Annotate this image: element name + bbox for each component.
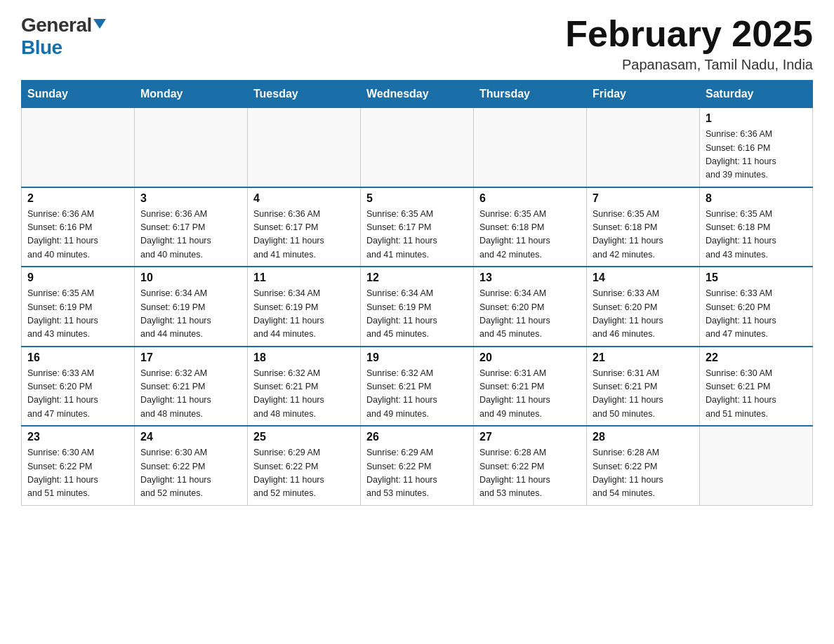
calendar-cell [587, 108, 700, 187]
logo-blue-text: Blue [21, 36, 62, 58]
calendar-cell: 24Sunrise: 6:30 AMSunset: 6:22 PMDayligh… [135, 426, 248, 505]
location-text: Papanasam, Tamil Nadu, India [565, 57, 813, 73]
calendar-cell: 11Sunrise: 6:34 AMSunset: 6:19 PMDayligh… [248, 267, 361, 347]
calendar-cell: 2Sunrise: 6:36 AMSunset: 6:16 PMDaylight… [22, 187, 135, 267]
calendar-cell: 12Sunrise: 6:34 AMSunset: 6:19 PMDayligh… [361, 267, 474, 347]
day-of-week-header: Tuesday [248, 81, 361, 108]
calendar-week-row: 23Sunrise: 6:30 AMSunset: 6:22 PMDayligh… [22, 426, 813, 505]
day-info: Sunrise: 6:36 AMSunset: 6:17 PMDaylight:… [253, 208, 355, 262]
day-number: 9 [27, 271, 128, 284]
day-info: Sunrise: 6:29 AMSunset: 6:22 PMDaylight:… [366, 446, 468, 501]
day-info: Sunrise: 6:36 AMSunset: 6:17 PMDaylight:… [140, 208, 241, 262]
day-number: 24 [140, 431, 241, 443]
day-number: 3 [140, 192, 241, 205]
calendar-cell: 3Sunrise: 6:36 AMSunset: 6:17 PMDaylight… [135, 187, 248, 267]
day-info: Sunrise: 6:33 AMSunset: 6:20 PMDaylight:… [27, 367, 128, 422]
day-number: 6 [479, 192, 581, 205]
day-number: 27 [479, 431, 581, 443]
calendar-cell: 25Sunrise: 6:29 AMSunset: 6:22 PMDayligh… [248, 426, 361, 505]
day-info: Sunrise: 6:30 AMSunset: 6:22 PMDaylight:… [140, 446, 241, 501]
day-info: Sunrise: 6:30 AMSunset: 6:21 PMDaylight:… [706, 367, 807, 422]
calendar-cell: 26Sunrise: 6:29 AMSunset: 6:22 PMDayligh… [361, 426, 474, 505]
day-info: Sunrise: 6:34 AMSunset: 6:20 PMDaylight:… [479, 287, 581, 342]
calendar-cell: 19Sunrise: 6:32 AMSunset: 6:21 PMDayligh… [361, 347, 474, 427]
calendar-cell [22, 108, 135, 187]
calendar-cell: 17Sunrise: 6:32 AMSunset: 6:21 PMDayligh… [135, 347, 248, 427]
day-number: 23 [27, 431, 128, 443]
day-info: Sunrise: 6:31 AMSunset: 6:21 PMDaylight:… [593, 367, 694, 422]
calendar-cell: 20Sunrise: 6:31 AMSunset: 6:21 PMDayligh… [474, 347, 587, 427]
day-info: Sunrise: 6:35 AMSunset: 6:19 PMDaylight:… [27, 287, 128, 342]
calendar-header-row: SundayMondayTuesdayWednesdayThursdayFrid… [22, 81, 813, 108]
day-info: Sunrise: 6:34 AMSunset: 6:19 PMDaylight:… [140, 287, 241, 342]
calendar-cell: 6Sunrise: 6:35 AMSunset: 6:18 PMDaylight… [474, 187, 587, 267]
calendar-cell: 9Sunrise: 6:35 AMSunset: 6:19 PMDaylight… [22, 267, 135, 347]
calendar-cell: 8Sunrise: 6:35 AMSunset: 6:18 PMDaylight… [700, 187, 813, 267]
day-number: 15 [706, 271, 807, 284]
calendar-week-row: 1Sunrise: 6:36 AMSunset: 6:16 PMDaylight… [22, 108, 813, 187]
day-number: 28 [593, 431, 694, 443]
calendar-table: SundayMondayTuesdayWednesdayThursdayFrid… [21, 80, 813, 506]
day-info: Sunrise: 6:33 AMSunset: 6:20 PMDaylight:… [593, 287, 694, 342]
calendar-cell: 7Sunrise: 6:35 AMSunset: 6:18 PMDaylight… [587, 187, 700, 267]
month-title: February 2025 [565, 14, 813, 54]
day-info: Sunrise: 6:35 AMSunset: 6:18 PMDaylight:… [593, 208, 694, 262]
calendar-cell: 15Sunrise: 6:33 AMSunset: 6:20 PMDayligh… [700, 267, 813, 347]
day-info: Sunrise: 6:36 AMSunset: 6:16 PMDaylight:… [27, 208, 128, 262]
day-of-week-header: Saturday [700, 81, 813, 108]
day-info: Sunrise: 6:29 AMSunset: 6:22 PMDaylight:… [253, 446, 355, 501]
logo: General Blue [21, 14, 106, 59]
day-info: Sunrise: 6:28 AMSunset: 6:22 PMDaylight:… [593, 446, 694, 501]
day-of-week-header: Wednesday [361, 81, 474, 108]
calendar-week-row: 16Sunrise: 6:33 AMSunset: 6:20 PMDayligh… [22, 347, 813, 427]
day-number: 11 [253, 271, 355, 284]
calendar-week-row: 9Sunrise: 6:35 AMSunset: 6:19 PMDaylight… [22, 267, 813, 347]
calendar-cell: 5Sunrise: 6:35 AMSunset: 6:17 PMDaylight… [361, 187, 474, 267]
day-info: Sunrise: 6:33 AMSunset: 6:20 PMDaylight:… [706, 287, 807, 342]
day-number: 16 [27, 351, 128, 364]
day-of-week-header: Friday [587, 81, 700, 108]
day-number: 10 [140, 271, 241, 284]
day-number: 12 [366, 271, 468, 284]
day-info: Sunrise: 6:35 AMSunset: 6:18 PMDaylight:… [479, 208, 581, 262]
calendar-cell: 28Sunrise: 6:28 AMSunset: 6:22 PMDayligh… [587, 426, 700, 505]
calendar-week-row: 2Sunrise: 6:36 AMSunset: 6:16 PMDaylight… [22, 187, 813, 267]
day-number: 21 [593, 351, 694, 364]
day-info: Sunrise: 6:32 AMSunset: 6:21 PMDaylight:… [366, 367, 468, 422]
day-number: 8 [706, 192, 807, 205]
calendar-cell: 22Sunrise: 6:30 AMSunset: 6:21 PMDayligh… [700, 347, 813, 427]
day-info: Sunrise: 6:35 AMSunset: 6:18 PMDaylight:… [706, 208, 807, 262]
day-number: 22 [706, 351, 807, 364]
day-number: 20 [479, 351, 581, 364]
calendar-cell: 16Sunrise: 6:33 AMSunset: 6:20 PMDayligh… [22, 347, 135, 427]
calendar-cell: 14Sunrise: 6:33 AMSunset: 6:20 PMDayligh… [587, 267, 700, 347]
calendar-cell [700, 426, 813, 505]
day-info: Sunrise: 6:32 AMSunset: 6:21 PMDaylight:… [140, 367, 241, 422]
day-number: 18 [253, 351, 355, 364]
calendar-cell: 18Sunrise: 6:32 AMSunset: 6:21 PMDayligh… [248, 347, 361, 427]
day-info: Sunrise: 6:31 AMSunset: 6:21 PMDaylight:… [479, 367, 581, 422]
logo-triangle-icon [93, 19, 106, 29]
day-info: Sunrise: 6:30 AMSunset: 6:22 PMDaylight:… [27, 446, 128, 501]
calendar-cell: 10Sunrise: 6:34 AMSunset: 6:19 PMDayligh… [135, 267, 248, 347]
calendar-cell: 1Sunrise: 6:36 AMSunset: 6:16 PMDaylight… [700, 108, 813, 187]
day-number: 7 [593, 192, 694, 205]
calendar-cell [248, 108, 361, 187]
day-number: 2 [27, 192, 128, 205]
day-number: 1 [706, 112, 807, 125]
day-info: Sunrise: 6:35 AMSunset: 6:17 PMDaylight:… [366, 208, 468, 262]
calendar-cell [135, 108, 248, 187]
day-number: 5 [366, 192, 468, 205]
calendar-cell: 21Sunrise: 6:31 AMSunset: 6:21 PMDayligh… [587, 347, 700, 427]
calendar-cell: 27Sunrise: 6:28 AMSunset: 6:22 PMDayligh… [474, 426, 587, 505]
title-section: February 2025 Papanasam, Tamil Nadu, Ind… [565, 14, 813, 73]
day-info: Sunrise: 6:28 AMSunset: 6:22 PMDaylight:… [479, 446, 581, 501]
day-info: Sunrise: 6:32 AMSunset: 6:21 PMDaylight:… [253, 367, 355, 422]
day-of-week-header: Monday [135, 81, 248, 108]
logo-general-text: General [21, 14, 92, 36]
day-info: Sunrise: 6:34 AMSunset: 6:19 PMDaylight:… [253, 287, 355, 342]
day-of-week-header: Thursday [474, 81, 587, 108]
calendar-cell: 4Sunrise: 6:36 AMSunset: 6:17 PMDaylight… [248, 187, 361, 267]
day-number: 25 [253, 431, 355, 443]
day-info: Sunrise: 6:36 AMSunset: 6:16 PMDaylight:… [706, 128, 807, 182]
